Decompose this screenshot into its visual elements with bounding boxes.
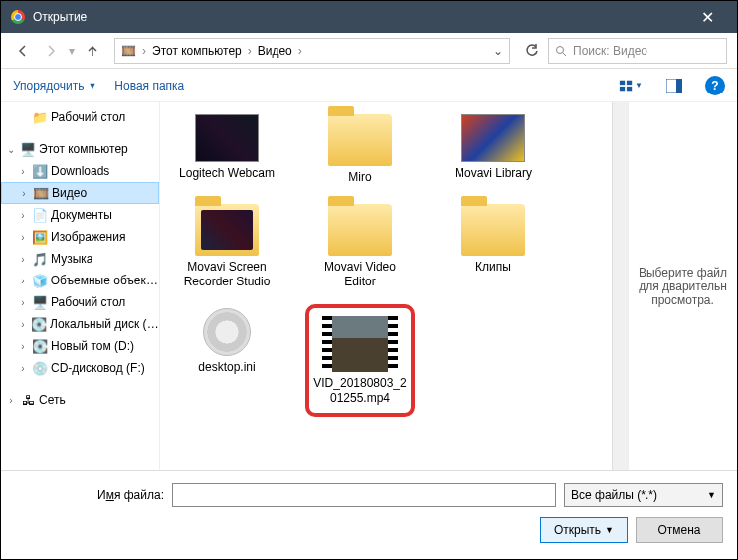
folder-icon [461,204,525,256]
pictures-icon: 🖼️ [31,230,49,245]
window-title: Открытие [33,10,687,24]
open-button[interactable]: Открыть▼ [540,517,628,543]
folder-thumb-icon [461,114,525,162]
back-button[interactable] [11,39,35,63]
forward-button[interactable] [39,39,63,63]
svg-rect-5 [627,86,632,90]
folder-icon [328,204,392,256]
tree-network[interactable]: ›🖧Сеть [1,389,159,411]
breadcrumb-video[interactable]: Видео [258,44,292,58]
refresh-button[interactable] [520,39,544,63]
toolbar: Упорядочить ▼ Новая папка ▼ ? [1,69,737,102]
folder-thumb-icon [195,114,259,162]
address-bar[interactable]: 🎞️ › Этот компьютер › Видео › ⌄ [114,38,510,64]
search-icon [555,45,567,57]
disc-icon: 💿 [31,361,49,376]
network-icon: 🖧 [19,393,37,408]
filetype-filter[interactable]: Все файлы (*.*)▼ [564,483,723,507]
expand-icon[interactable]: › [17,319,29,330]
titlebar: Открытие ✕ [1,1,737,33]
tree-localdisk[interactable]: ›💽Локальный диск (C:) [1,313,159,335]
chevron-right-icon: › [142,44,146,58]
up-button[interactable] [81,39,104,63]
preview-pane-button[interactable] [661,75,687,96]
tree-desktop2[interactable]: ›🖥️Рабочий стол [1,291,159,313]
folder-logitech[interactable]: Logitech Webcam [172,110,281,188]
chrome-icon [11,10,25,24]
svg-rect-4 [620,86,625,90]
tree-thispc[interactable]: ⌄🖥️Этот компьютер [1,138,159,160]
expand-icon[interactable]: › [17,363,29,374]
folder-icon [328,114,392,166]
folder-movavi-editor[interactable]: Movavi Video Editor [305,200,415,292]
help-button[interactable]: ? [705,76,725,95]
documents-icon: 📄 [31,208,49,223]
expand-icon[interactable]: › [17,297,29,308]
folder-movavi-library[interactable]: Movavi Library [439,110,548,188]
search-placeholder: Поиск: Видео [573,44,647,58]
tree-downloads[interactable]: ›⬇️Downloads [1,160,159,182]
tree-desktop[interactable]: 📁Рабочий стол [1,106,159,128]
view-mode-button[interactable]: ▼ [618,75,644,96]
pc-icon: 🖥️ [19,142,37,157]
body-area: 📁Рабочий стол ⌄🖥️Этот компьютер ›⬇️Downl… [1,102,737,470]
svg-rect-3 [627,80,632,84]
downloads-icon: ⬇️ [31,164,49,179]
expand-icon[interactable]: › [17,276,29,286]
file-list: Logitech Webcam Miro Movavi Library Mova… [160,102,628,470]
video-thumb-icon [322,316,398,372]
expand-icon[interactable]: › [17,232,29,243]
chevron-right-icon: › [298,44,302,58]
video-folder-icon: 🎞️ [121,44,136,58]
cube-icon: 🧊 [31,274,49,288]
file-video-selected[interactable]: VID_20180803_201255.mp4 [305,304,415,417]
close-icon[interactable]: ✕ [687,8,727,27]
folder-icon: 📁 [31,110,49,125]
tree-music[interactable]: ›🎵Музыка [1,248,159,270]
scrollbar[interactable] [612,102,628,470]
file-desktop-ini[interactable]: desktop.ini [172,304,281,417]
gear-icon [203,308,251,356]
svg-point-0 [557,46,564,53]
filename-label: Имя файла: [15,488,164,502]
expand-icon[interactable]: › [17,166,29,177]
tree-3dobjects[interactable]: ›🧊Объемные объекты [1,270,159,291]
tree-pictures[interactable]: ›🖼️Изображения [1,226,159,248]
tree-documents[interactable]: ›📄Документы [1,204,159,226]
expand-icon[interactable]: › [17,254,29,265]
breadcrumb-thispc[interactable]: Этот компьютер [152,44,242,58]
svg-rect-7 [676,79,682,93]
desktop-icon: 🖥️ [31,295,49,310]
expand-icon[interactable]: › [17,210,29,221]
drive-icon: 💽 [31,317,48,332]
nav-tree: 📁Рабочий стол ⌄🖥️Этот компьютер ›⬇️Downl… [1,102,160,470]
split-dropdown-icon[interactable]: ▼ [605,525,614,535]
history-dropdown[interactable]: ▾ [69,44,75,58]
filename-input[interactable] [172,483,556,507]
tree-cddrive[interactable]: ›💿CD-дисковод (F:) [1,357,159,379]
cancel-button[interactable]: Отмена [636,517,723,543]
expand-icon[interactable]: › [17,341,29,352]
music-icon: 🎵 [31,252,49,267]
collapse-icon[interactable]: ⌄ [5,144,17,155]
chevron-right-icon: › [248,44,252,58]
navbar: ▾ 🎞️ › Этот компьютер › Видео › ⌄ Поиск:… [1,33,737,69]
search-input[interactable]: Поиск: Видео [548,38,727,64]
organize-menu[interactable]: Упорядочить ▼ [13,79,96,93]
folder-miro[interactable]: Miro [305,110,415,188]
bottom-panel: Имя файла: Все файлы (*.*)▼ Открыть▼ Отм… [1,470,737,555]
tree-newvol[interactable]: ›💽Новый том (D:) [1,335,159,357]
new-folder-button[interactable]: Новая папка [114,79,184,93]
address-dropdown-icon[interactable]: ⌄ [493,44,503,58]
expand-icon[interactable]: › [5,395,17,406]
video-icon: 🎞️ [32,186,50,201]
folder-clips[interactable]: Клипы [439,200,548,292]
expand-icon[interactable]: › [18,188,30,199]
folder-movavi-recorder[interactable]: Movavi Screen Recorder Studio [172,200,281,292]
tree-video[interactable]: ›🎞️Видео [1,182,159,204]
folder-icon [195,204,259,256]
preview-hint: Выберите файл для дварительн просмотра. [637,266,729,307]
drive-icon: 💽 [31,339,49,354]
svg-line-1 [563,53,566,56]
svg-rect-2 [620,80,625,84]
